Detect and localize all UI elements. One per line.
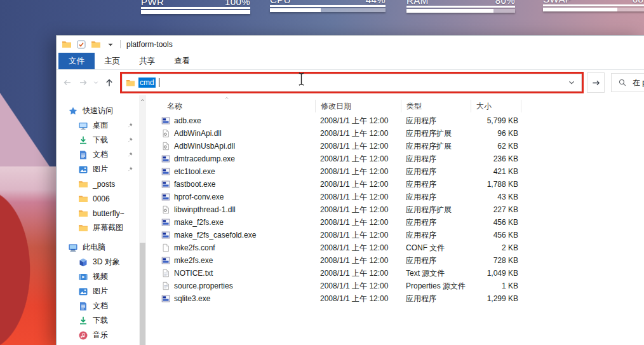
title-bar: platform-tools (57, 36, 644, 53)
file-name: adb.exe (174, 116, 201, 125)
file-type: 应用程序 (401, 294, 471, 304)
ribbon-tab-label: 主页 (104, 56, 120, 67)
sidebar-item[interactable]: 屏幕截图 (57, 220, 139, 235)
search-placeholder-text: 在 pla (633, 78, 644, 88)
file-row[interactable]: mke2fs.conf 2008/1/1 上午 12:00 CONF 文件 2 … (153, 241, 644, 254)
file-size: 62 KB (471, 142, 521, 151)
up-arrow-icon[interactable] (104, 78, 114, 88)
file-name: libwinpthread-1.dll (174, 205, 236, 214)
file-name: hprof-conv.exe (174, 193, 224, 201)
file-row[interactable]: AdbWinApi.dll 2008/1/1 上午 12:00 应用程序扩展 9… (153, 127, 644, 140)
ribbon-tab[interactable]: 共享 (130, 53, 164, 69)
file-type: 应用程序扩展 (401, 128, 471, 139)
cube-icon (78, 257, 88, 267)
file-row[interactable]: make_f2fs_casefold.exe 2008/1/1 上午 12:00… (153, 229, 644, 241)
ribbon-tab[interactable]: 文件 (58, 53, 95, 69)
sidebar-item[interactable]: 图片 (57, 284, 139, 299)
gauge-underline (270, 5, 386, 7)
file-row[interactable]: fastboot.exe 2008/1/1 上午 12:00 应用程序 1,78… (153, 178, 644, 191)
search-box[interactable]: 在 pla (611, 73, 644, 92)
ribbon-tab-label: 查看 (174, 56, 190, 67)
sidebar-item[interactable]: 音乐 (57, 328, 139, 342)
navigation-pane: 快速访问 桌面 下载 (57, 95, 139, 345)
file-row[interactable]: NOTICE.txt 2008/1/1 上午 12:00 Text 源文件 1,… (153, 267, 644, 280)
window-title: platform-tools (126, 40, 173, 49)
sidebar-item[interactable]: 文档 (57, 147, 139, 162)
sidebar-item[interactable]: 此电脑 (57, 240, 139, 255)
file-type: Properties 源文件 (401, 281, 471, 292)
sidebar-item[interactable]: 桌面 (57, 118, 139, 133)
file-date: 2008/1/1 上午 12:00 (315, 116, 401, 126)
navigation-bar: cmd 在 pla (57, 70, 644, 95)
wallpaper-red-shape (0, 166, 57, 345)
file-row[interactable]: sqlite3.exe 2008/1/1 上午 12:00 应用程序 1,299… (153, 292, 644, 305)
sidebar-item[interactable]: 桌面 (57, 342, 139, 345)
file-row[interactable]: AdbWinUsbApi.dll 2008/1/1 上午 12:00 应用程序扩… (153, 140, 644, 152)
file-date: 2008/1/1 上午 12:00 (315, 217, 401, 228)
go-button[interactable] (587, 72, 605, 93)
column-header-name[interactable]: 名称 (153, 100, 315, 112)
sidebar-item-label: 文档 (93, 149, 108, 160)
column-header-date[interactable]: 修改日期 (315, 100, 401, 112)
sidebar-item[interactable]: butterfly~ (57, 206, 139, 220)
file-row[interactable]: source.properties 2008/1/1 上午 12:00 Prop… (153, 280, 644, 292)
column-header-size[interactable]: 大小 (471, 100, 521, 112)
sidebar-item[interactable]: 下载 (57, 313, 139, 328)
pin-icon (126, 122, 133, 129)
file-row[interactable]: make_f2fs.exe 2008/1/1 上午 12:00 应用程序 456… (153, 216, 644, 229)
folder-icon[interactable] (62, 39, 72, 50)
gauge-underline (406, 6, 515, 8)
desktop-icon (78, 121, 88, 131)
forward-arrow-icon[interactable] (78, 78, 88, 88)
sidebar-item[interactable]: 下载 (57, 133, 139, 147)
chevron-down-icon[interactable] (567, 78, 576, 87)
sidebar-item[interactable]: 文档 (57, 299, 139, 313)
pictures-icon (78, 165, 88, 175)
sidebar-item[interactable]: _posts (57, 177, 139, 191)
sidebar-item[interactable]: 快速访问 (57, 104, 139, 118)
ribbon-tab-label: 文件 (69, 56, 84, 67)
back-arrow-icon[interactable] (62, 78, 72, 88)
pictures-icon (78, 287, 88, 297)
gauge-fill (406, 9, 493, 13)
ribbon-tab[interactable]: 查看 (164, 53, 199, 69)
scrollbar-thumb[interactable] (140, 243, 145, 345)
gauge-label: SWAP (543, 0, 572, 4)
scrollbar-up-button[interactable] (139, 96, 146, 104)
address-selected-text: cmd (138, 78, 156, 88)
sidebar-item[interactable]: 视频 (57, 269, 139, 284)
sort-ascending-icon (224, 95, 230, 100)
file-row[interactable]: libwinpthread-1.dll 2008/1/1 上午 12:00 应用… (153, 203, 644, 216)
wallpaper-pink-shape (0, 81, 57, 177)
monitor-gauge: CPU 44% (270, 0, 386, 12)
sidebar-item[interactable]: 图片 (57, 162, 139, 177)
sidebar-item-label: 视频 (93, 271, 108, 282)
file-row[interactable]: adb.exe 2008/1/1 上午 12:00 应用程序 5,799 KB (153, 114, 644, 127)
file-row[interactable]: hprof-conv.exe 2008/1/1 上午 12:00 应用程序 43… (153, 191, 644, 203)
gauge-track (543, 8, 644, 11)
sidebar-item[interactable]: 0006 (57, 191, 139, 206)
history-chevron-icon[interactable] (93, 78, 99, 88)
caret-down-icon[interactable] (105, 39, 116, 50)
file-date: 2008/1/1 上午 12:00 (315, 281, 401, 292)
chevron-up-icon (140, 97, 145, 103)
sidebar-scrollbar[interactable] (139, 95, 146, 345)
exe-icon (161, 180, 170, 189)
file-row[interactable]: etc1tool.exe 2008/1/1 上午 12:00 应用程序 421 … (153, 165, 644, 178)
sidebar-item-label: 音乐 (93, 330, 108, 341)
gauge-value: 68% (633, 0, 644, 4)
file-type: CONF 文件 (401, 243, 471, 254)
folder-icon[interactable] (91, 39, 101, 50)
file-row[interactable]: dmtracedump.exe 2008/1/1 上午 12:00 应用程序 2… (153, 152, 644, 165)
ribbon-tab[interactable]: 主页 (95, 53, 130, 69)
file-row[interactable]: mke2fs.exe 2008/1/1 上午 12:00 应用程序 728 KB (153, 254, 644, 267)
gauge-label: PWR (141, 0, 164, 7)
dll-icon (161, 205, 170, 214)
sidebar-item[interactable]: 3D 对象 (57, 255, 139, 269)
monitor-gauge: RAM 80% (406, 0, 515, 13)
address-bar[interactable]: cmd (122, 74, 582, 91)
checkmark-icon[interactable] (76, 39, 86, 50)
pin-icon (126, 166, 133, 173)
file-name: etc1tool.exe (174, 167, 215, 176)
column-header-type[interactable]: 类型 (401, 100, 471, 112)
